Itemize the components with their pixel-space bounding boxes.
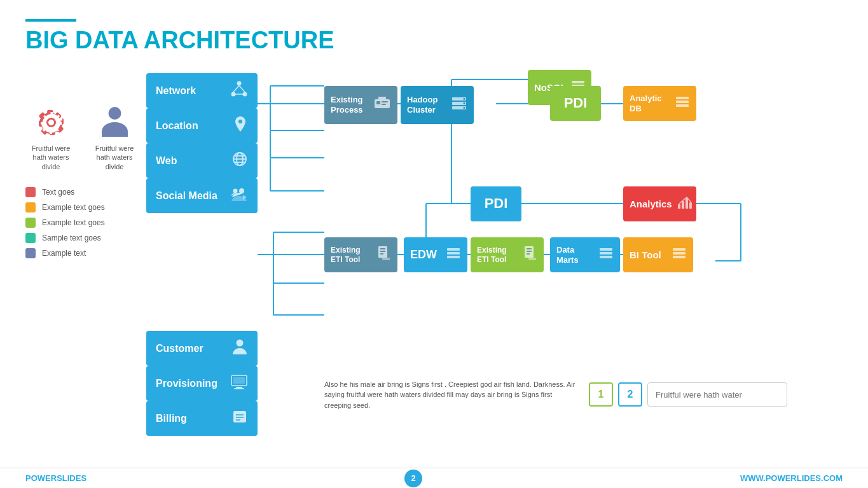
social-icon [230, 186, 248, 206]
svg-rect-90 [600, 248, 612, 251]
svg-point-66 [464, 107, 465, 109]
svg-rect-70 [676, 97, 689, 99]
existing-process-label: ExistingProcess [331, 95, 363, 115]
source-column: Network Location [146, 67, 258, 442]
legend-label-1: Example text goes [42, 203, 105, 212]
provisioning-icon [230, 374, 248, 393]
svg-rect-60 [378, 97, 386, 99]
svg-point-65 [464, 102, 465, 104]
page: BIG DATA ARCHITECTURE Fruitful were hath… [0, 0, 868, 488]
footer-page-number: 2 [404, 470, 422, 487]
source-social-label: Social Media [156, 190, 217, 202]
svg-rect-79 [380, 251, 385, 252]
existing-process-icon [373, 94, 391, 116]
source-provisioning: Provisioning [146, 366, 258, 401]
source-billing: Billing [146, 401, 258, 436]
gear-icon-item: Fruitful were hath waters divide [25, 105, 76, 171]
source-provisioning-label: Provisioning [156, 378, 217, 389]
page-btn-2[interactable]: 2 [618, 382, 642, 407]
edw-icon [446, 246, 461, 265]
legend: Text goes Example text goes Example text… [25, 187, 146, 258]
title-bar: BIG DATA ARCHITECTURE [25, 19, 843, 54]
source-billing-label: Billing [156, 413, 187, 424]
svg-rect-92 [600, 256, 612, 258]
existing-eti-left-label: ExistingETI Tool [331, 246, 361, 264]
data-marts-box: DataMarts [550, 237, 620, 272]
location-icon [233, 115, 248, 136]
page-btn-1[interactable]: 1 [589, 382, 613, 407]
data-marts-label: DataMarts [556, 245, 579, 265]
svg-rect-67 [572, 81, 584, 83]
analytics-label: Analytics [630, 199, 672, 210]
svg-rect-18 [234, 388, 244, 389]
legend-item-3: Sample text goes [25, 233, 146, 243]
pagination: 1 2 [589, 382, 787, 407]
svg-rect-16 [233, 377, 245, 384]
legend-label-3: Sample text goes [42, 234, 101, 242]
legend-color-2 [25, 218, 36, 228]
person-icon-item: Fruitful were hath waters divide [89, 105, 140, 171]
footer-url: WWW.POWERLIDES.COM [740, 473, 843, 483]
diagram-area: ExistingProcess HadoopCluster [258, 67, 843, 442]
person-icon [100, 105, 129, 140]
gear-icon [34, 105, 69, 140]
svg-rect-88 [527, 253, 530, 254]
svg-rect-81 [382, 258, 390, 260]
svg-point-0 [108, 107, 121, 120]
pdi-top-label: PDI [564, 95, 588, 111]
footer-brand: POWERSLIDES [25, 473, 86, 483]
hadoop-cluster-label: HadoopCluster [407, 95, 437, 115]
svg-line-4 [233, 86, 239, 92]
legend-color-4 [25, 248, 36, 258]
billing-icon [231, 408, 248, 428]
left-panel: Fruitful were hath waters divide Fruitfu… [25, 67, 146, 442]
title-part1: BIG DATA [25, 27, 144, 53]
svg-rect-89 [528, 258, 536, 260]
svg-point-1 [237, 81, 242, 86]
customer-icon [231, 338, 248, 359]
source-network-label: Network [156, 85, 196, 97]
page-input[interactable] [647, 382, 787, 407]
existing-eti-right-label: ExistingETI Tool [477, 246, 507, 264]
svg-rect-72 [676, 104, 689, 107]
footer: POWERSLIDES 2 WWW.POWERLIDES.COM [0, 468, 868, 488]
existing-eti-left-box: ExistingETI Tool [324, 237, 397, 272]
svg-point-13 [233, 189, 238, 193]
svg-rect-91 [600, 252, 612, 254]
source-location: Location [146, 108, 258, 143]
pdi-top-box: PDI [550, 86, 601, 121]
web-icon [231, 151, 248, 171]
svg-rect-58 [382, 101, 388, 102]
svg-rect-74 [682, 201, 684, 209]
hadoop-icon [451, 95, 467, 115]
hadoop-cluster-box: HadoopCluster [401, 86, 474, 124]
source-web: Web [146, 143, 258, 178]
legend-item-0: Text goes [25, 187, 146, 197]
legend-label-0: Text goes [42, 188, 74, 197]
svg-rect-84 [447, 256, 460, 258]
legend-color-3 [25, 233, 36, 243]
bi-tool-icon [672, 246, 687, 265]
svg-rect-95 [673, 256, 685, 258]
svg-rect-78 [380, 248, 385, 249]
source-customer-label: Customer [156, 343, 203, 354]
eti-right-icon [523, 245, 537, 265]
analytics-icon [676, 194, 692, 214]
svg-rect-93 [673, 248, 685, 251]
pdi-mid-label: PDI [485, 195, 508, 212]
eti-left-icon [377, 245, 391, 265]
source-customer: Customer [146, 331, 258, 366]
legend-item-4: Example text [25, 248, 146, 258]
source-network: Network [146, 73, 258, 108]
icons-row: Fruitful were hath waters divide Fruitfu… [25, 105, 146, 171]
svg-rect-75 [685, 198, 688, 209]
analytic-db-label: AnalyticDB [630, 94, 662, 113]
svg-rect-87 [527, 251, 532, 252]
person-icon-label: Fruitful were hath waters divide [89, 144, 140, 171]
main-content: Fruitful were hath waters divide Fruitfu… [25, 67, 843, 442]
data-marts-icon [598, 246, 614, 265]
network-icon [230, 80, 248, 101]
bi-tool-label: BI Tool [630, 249, 661, 261]
svg-rect-59 [382, 104, 386, 105]
svg-rect-19 [233, 411, 246, 422]
